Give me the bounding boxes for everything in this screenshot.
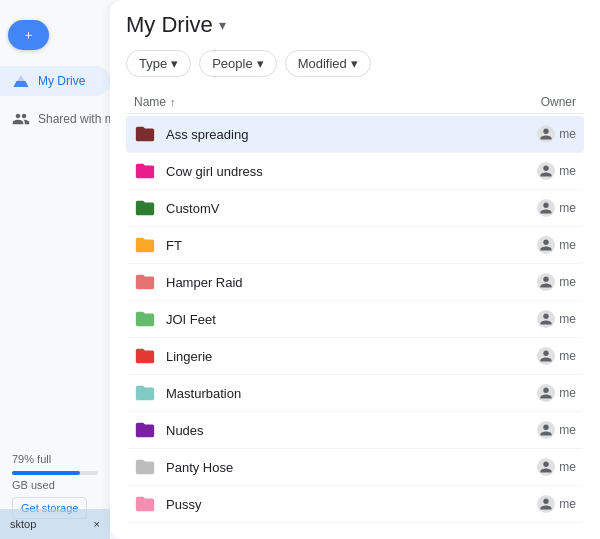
owner-avatar xyxy=(537,421,555,439)
people-filter-button[interactable]: People ▾ xyxy=(199,50,276,77)
drive-icon xyxy=(12,72,30,90)
table-row[interactable]: Ass spreading me xyxy=(126,116,584,153)
type-filter-button[interactable]: Type ▾ xyxy=(126,50,191,77)
storage-percent-label: 79% full xyxy=(12,453,98,465)
file-owner: me xyxy=(496,125,576,143)
storage-bar xyxy=(12,471,98,475)
owner-avatar xyxy=(537,236,555,254)
file-owner: me xyxy=(496,347,576,365)
folder-icon xyxy=(134,234,156,256)
name-column-header[interactable]: Name ↑ xyxy=(134,95,496,109)
folder-icon xyxy=(134,419,156,441)
type-filter-label: Type xyxy=(139,56,167,71)
table-row[interactable]: Nudes me xyxy=(126,412,584,449)
table-row[interactable]: Hamper Raid me xyxy=(126,264,584,301)
file-name: JOI Feet xyxy=(166,312,496,327)
owner-column-header: Owner xyxy=(496,95,576,109)
owner-avatar xyxy=(537,125,555,143)
main-content: My Drive ▾ Type ▾ People ▾ Modified ▾ Na… xyxy=(110,0,600,539)
modified-filter-arrow: ▾ xyxy=(351,56,358,71)
file-owner: me xyxy=(496,384,576,402)
file-name: Masturbation xyxy=(166,386,496,401)
file-name: Nudes xyxy=(166,423,496,438)
desktop-bar: sktop × xyxy=(0,509,110,539)
storage-bar-fill xyxy=(12,471,80,475)
owner-avatar xyxy=(537,347,555,365)
file-owner: me xyxy=(496,162,576,180)
file-name: CustomV xyxy=(166,201,496,216)
table-row[interactable]: CustomV me xyxy=(126,190,584,227)
owner-avatar xyxy=(537,199,555,217)
table-row[interactable]: Pussy me xyxy=(126,486,584,523)
table-row[interactable]: JOI Feet me xyxy=(126,301,584,338)
file-name: Cow girl undress xyxy=(166,164,496,179)
file-owner: me xyxy=(496,421,576,439)
folder-icon xyxy=(134,456,156,478)
folder-icon xyxy=(134,493,156,515)
folder-icon xyxy=(134,271,156,293)
modified-filter-button[interactable]: Modified ▾ xyxy=(285,50,371,77)
sidebar-item-shared[interactable]: Shared with me xyxy=(0,104,110,134)
folder-icon xyxy=(134,197,156,219)
owner-avatar xyxy=(537,162,555,180)
owner-avatar xyxy=(537,495,555,513)
file-list: Ass spreading me Cow girl undress me Cus… xyxy=(126,116,584,523)
file-owner: me xyxy=(496,310,576,328)
owner-avatar xyxy=(537,458,555,476)
title-dropdown-arrow[interactable]: ▾ xyxy=(219,17,226,33)
folder-icon xyxy=(134,123,156,145)
file-owner: me xyxy=(496,273,576,291)
new-button[interactable]: ＋ xyxy=(8,20,49,50)
type-filter-arrow: ▾ xyxy=(171,56,178,71)
table-row[interactable]: Panty Hose me xyxy=(126,449,584,486)
sidebar-shared-label: Shared with me xyxy=(38,112,121,126)
sort-icon: ↑ xyxy=(170,96,176,108)
file-name: Pussy xyxy=(166,497,496,512)
file-owner: me xyxy=(496,458,576,476)
desktop-close-button[interactable]: × xyxy=(94,518,100,530)
desktop-label: sktop xyxy=(10,518,36,530)
table-row[interactable]: Cow girl undress me xyxy=(126,153,584,190)
sidebar: ＋ My Drive Shared with me 79% full GB us… xyxy=(0,0,110,539)
folder-icon xyxy=(134,345,156,367)
folder-icon xyxy=(134,308,156,330)
table-row[interactable]: Masturbation me xyxy=(126,375,584,412)
file-name: Ass spreading xyxy=(166,127,496,142)
header: My Drive ▾ xyxy=(126,12,584,38)
table-row[interactable]: Lingerie me xyxy=(126,338,584,375)
file-owner: me xyxy=(496,495,576,513)
plus-icon: ＋ xyxy=(22,26,35,44)
modified-filter-label: Modified xyxy=(298,56,347,71)
sidebar-item-mydrive[interactable]: My Drive xyxy=(0,66,110,96)
people-filter-label: People xyxy=(212,56,252,71)
file-name: Panty Hose xyxy=(166,460,496,475)
shared-icon xyxy=(12,110,30,128)
file-name: Lingerie xyxy=(166,349,496,364)
owner-avatar xyxy=(537,384,555,402)
people-filter-arrow: ▾ xyxy=(257,56,264,71)
table-row[interactable]: FT me xyxy=(126,227,584,264)
file-owner: me xyxy=(496,236,576,254)
storage-used-label: GB used xyxy=(12,479,98,491)
file-name: Hamper Raid xyxy=(166,275,496,290)
owner-avatar xyxy=(537,273,555,291)
page-title: My Drive xyxy=(126,12,213,38)
filter-row: Type ▾ People ▾ Modified ▾ xyxy=(126,50,584,77)
owner-avatar xyxy=(537,310,555,328)
folder-icon xyxy=(134,160,156,182)
file-owner: me xyxy=(496,199,576,217)
table-header: Name ↑ Owner xyxy=(126,91,584,114)
folder-icon xyxy=(134,382,156,404)
sidebar-mydrive-label: My Drive xyxy=(38,74,85,88)
file-name: FT xyxy=(166,238,496,253)
